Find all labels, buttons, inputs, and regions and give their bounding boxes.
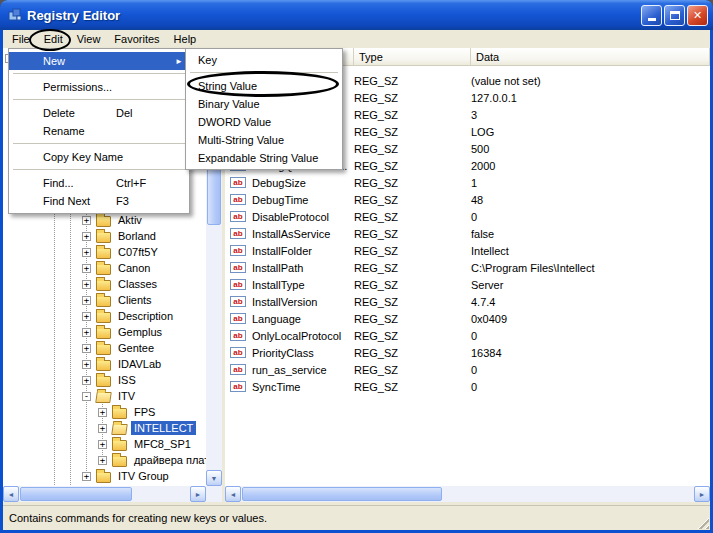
tree-item-iss[interactable]: +ISS (3, 372, 206, 388)
folder-closed-icon (96, 328, 111, 339)
expand-icon[interactable]: + (82, 344, 91, 353)
tree-item-description[interactable]: +Description (3, 308, 206, 324)
expand-icon[interactable]: + (82, 376, 91, 385)
menu-help[interactable]: Help (167, 31, 204, 47)
scroll-thumb[interactable] (242, 487, 442, 501)
annotation-ellipse-string-value (187, 71, 339, 97)
column-header-type[interactable]: Type (354, 48, 471, 66)
submenu-item-expandable-string-value[interactable]: Expandable String Value (186, 149, 342, 167)
tree-item-borland[interactable]: +Borland (3, 228, 206, 244)
value-row[interactable]: abPriorityClassREG_SZ16384 (225, 344, 710, 361)
column-header-data[interactable]: Data (471, 48, 710, 66)
expand-icon[interactable]: + (82, 248, 91, 257)
close-button[interactable]: ✕ (687, 5, 708, 26)
submenu-item-dword-value[interactable]: DWORD Value (186, 113, 342, 131)
expand-icon[interactable]: + (82, 280, 91, 289)
maximize-button[interactable] (664, 5, 685, 26)
value-data: 127.0.0.1 (471, 92, 710, 104)
value-row[interactable]: abSyncTimeREG_SZ0 (225, 378, 710, 395)
string-value-icon: ab (230, 279, 246, 290)
menu-item-find-next[interactable]: Find NextF3 (9, 192, 189, 210)
menu-item-label: Find Next (43, 195, 90, 207)
expand-icon[interactable]: + (98, 408, 107, 417)
string-value-icon: ab (230, 296, 246, 307)
tree-item-gentee[interactable]: +Gentee (3, 340, 206, 356)
tree-item-gemplus[interactable]: +Gemplus (3, 324, 206, 340)
scroll-right-button[interactable]: ► (190, 486, 206, 502)
scroll-left-button[interactable]: ◄ (225, 486, 241, 502)
collapse-icon[interactable]: - (82, 392, 91, 401)
tree-item-clients[interactable]: +Clients (3, 292, 206, 308)
value-row[interactable]: abInstallPathREG_SZC:\Program Files\Inte… (225, 259, 710, 276)
menu-view[interactable]: View (70, 31, 108, 47)
tree-item-aktiv[interactable]: +Aktiv (3, 212, 206, 228)
menu-item-permissions[interactable]: Permissions... (9, 78, 189, 96)
menu-item-copy-key-name[interactable]: Copy Key Name (9, 148, 189, 166)
expand-icon[interactable]: + (82, 312, 91, 321)
value-row[interactable]: abDebugTimeREG_SZ48 (225, 191, 710, 208)
scroll-left-button[interactable]: ◄ (3, 486, 19, 502)
value-row[interactable]: abrun_as_serviceREG_SZ0 (225, 361, 710, 378)
tree-item-drivers[interactable]: +драйвера плат (3, 452, 206, 468)
tree-item-itv[interactable]: -ITV (3, 388, 206, 404)
scroll-thumb[interactable] (20, 487, 132, 501)
value-type: REG_SZ (354, 364, 471, 376)
expand-icon[interactable]: + (82, 264, 91, 273)
expand-icon[interactable]: + (82, 360, 91, 369)
expand-icon[interactable]: + (98, 456, 107, 465)
value-row[interactable]: abInstallVersionREG_SZ4.7.4 (225, 293, 710, 310)
value-row[interactable]: abInstallTypeREG_SZServer (225, 276, 710, 293)
expand-icon[interactable]: + (82, 232, 91, 241)
expand-icon[interactable]: + (82, 216, 91, 225)
folder-closed-icon (96, 280, 111, 291)
expand-icon[interactable]: + (82, 472, 91, 481)
tree-label: ITV (115, 389, 138, 403)
menu-favorites[interactable]: Favorites (107, 31, 166, 47)
string-value-icon: ab (230, 177, 246, 188)
value-row[interactable]: abInstallFolderREG_SZIntellect (225, 242, 710, 259)
value-row[interactable]: abDebugSizeREG_SZ1 (225, 174, 710, 191)
tree-label: FPS (131, 405, 158, 419)
value-data: Server (471, 279, 710, 291)
tree-item-intellect[interactable]: +INTELLECT (3, 420, 206, 436)
list-horizontal-scrollbar[interactable]: ◄ ► (225, 486, 710, 502)
menu-item-find[interactable]: Find...Ctrl+F (9, 174, 189, 192)
scroll-right-button[interactable]: ► (694, 486, 710, 502)
menu-separator (13, 169, 185, 170)
value-name: OnlyLocalProtocol (252, 330, 354, 342)
tree-item-idavlab[interactable]: +IDAVLab (3, 356, 206, 372)
tree-item-fps[interactable]: +FPS (3, 404, 206, 420)
value-type: REG_SZ (354, 245, 471, 257)
string-value-icon: ab (230, 228, 246, 239)
submenu-item-multi-string-value[interactable]: Multi-String Value (186, 131, 342, 149)
tree-item-mfc8-sp1[interactable]: +MFC8_SP1 (3, 436, 206, 452)
menu-item-delete[interactable]: DeleteDel (9, 104, 189, 122)
resize-grip[interactable] (696, 516, 709, 529)
tree-item-classes[interactable]: +Classes (3, 276, 206, 292)
menu-item-label: Expandable String Value (198, 152, 318, 164)
expand-icon[interactable]: + (98, 424, 107, 433)
tree-item-c07ft5y[interactable]: +C07ft5Y (3, 244, 206, 260)
menu-item-new[interactable]: New► (9, 52, 189, 70)
value-row[interactable]: abDisableProtocolREG_SZ0 (225, 208, 710, 225)
value-row[interactable]: abLanguageREG_SZ0x0409 (225, 310, 710, 327)
string-value-icon: ab (230, 347, 246, 358)
tree-horizontal-scrollbar[interactable]: ◄ ► (3, 486, 206, 502)
value-data: 0x0409 (471, 313, 710, 325)
value-type: REG_SZ (354, 381, 471, 393)
submenu-item-key[interactable]: Key (186, 51, 342, 69)
minimize-button[interactable] (641, 5, 662, 26)
tree-item-itv-group[interactable]: +ITV Group (3, 468, 206, 484)
expand-icon[interactable]: + (82, 328, 91, 337)
submenu-item-binary-value[interactable]: Binary Value (186, 95, 342, 113)
value-data: 0 (471, 211, 710, 223)
scroll-down-button[interactable]: ▼ (206, 470, 222, 486)
value-row[interactable]: abOnlyLocalProtocolREG_SZ0 (225, 327, 710, 344)
string-value-icon: ab (230, 364, 246, 375)
tree-item-canon[interactable]: +Canon (3, 260, 206, 276)
expand-icon[interactable]: + (82, 296, 91, 305)
value-row[interactable]: abInstallAsServiceREG_SZfalse (225, 225, 710, 242)
menu-item-rename[interactable]: Rename (9, 122, 189, 140)
expand-icon[interactable]: + (98, 440, 107, 449)
value-data: 16384 (471, 347, 710, 359)
